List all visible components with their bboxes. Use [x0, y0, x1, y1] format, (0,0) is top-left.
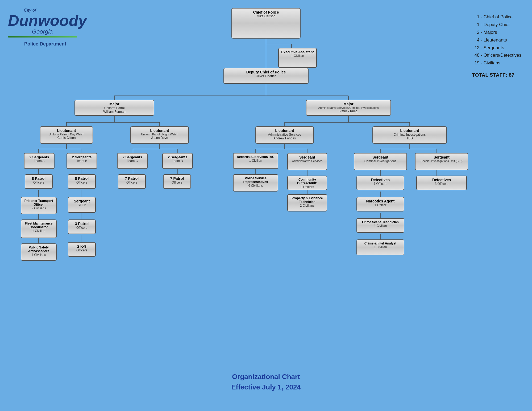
- legend-item-1: 1 - Chief of Police: [472, 13, 521, 21]
- node-lt-admin: Lieutenant Administrative Services Andre…: [255, 126, 314, 144]
- node-deputy-chief: Deputy Chief of Police Oliver Fladrich: [223, 68, 309, 84]
- node-sgt-a: 2 Sergeants Team A: [24, 153, 55, 169]
- logo-area: City of Dunwoody Georgia Police Departme…: [8, 8, 82, 47]
- police-dept-label: Police Department: [8, 41, 82, 47]
- legend-item-6: 48 - Officers/Detectives: [472, 52, 521, 59]
- node-public-safety: Public Safety Ambassadors 4 Civilians: [21, 243, 57, 261]
- node-prop-evid: Property & Evidence Technician 2 Civilia…: [287, 194, 327, 211]
- node-major-patrol: Major Uniform Patrol William Furman: [74, 100, 154, 116]
- logo-georgia: Georgia: [32, 28, 82, 35]
- node-fleet: Fleet Maintenance Coordinator 1 Civilian: [21, 219, 57, 238]
- node-sgt-crim: Sergeant Criminal Investigations: [354, 153, 407, 170]
- node-major-admin: Major Administrative Services/Criminal I…: [306, 100, 391, 116]
- legend-item-4: 4 - Lieutenants: [472, 36, 521, 44]
- node-sgt-step: Sergeant STEP: [68, 197, 96, 213]
- node-community: Community Outreach/PIO 2 Officers: [287, 176, 327, 190]
- node-sgt-admin: Sergeant Administrative Services: [287, 153, 327, 170]
- node-patrol-8a: 8 Patrol Officers: [25, 174, 53, 189]
- logo-dunwoody: Dunwoody: [8, 13, 82, 28]
- node-patrol-8b: 8 Patrol Officers: [68, 174, 96, 189]
- node-crime-intel: Crime & Intel Analyst 1 Civilian: [356, 239, 404, 255]
- node-chief: Chief of Police Mike Carlson: [231, 8, 301, 39]
- legend-item-3: 2 - Majors: [472, 29, 521, 36]
- logo-line: [8, 36, 77, 38]
- node-sgt-siu: Sergeant Special Investigations Unit (SI…: [415, 153, 468, 170]
- legend-area: 1 - Chief of Police 1 - Deputy Chief 2 -…: [472, 13, 521, 80]
- node-lt-night: Lieutenant Uniform Patrol - Night Watch …: [130, 126, 189, 144]
- node-detectives-siu: Detectives 3 Officers: [416, 176, 467, 190]
- node-sgt-d: 2 Sergeants Team D: [162, 153, 193, 169]
- node-lt-crim: Lieutenant Criminal Investigations TBD: [372, 126, 447, 144]
- node-patrol-k9: 2 K-9 Officers: [68, 242, 96, 257]
- legend-item-5: 12 - Sergeants: [472, 44, 521, 52]
- node-patrol-3: 3 Patrol Officers: [68, 219, 96, 234]
- node-sgt-b: 2 Sergeants Team B: [66, 153, 97, 169]
- node-police-svc: Police Service Representatives 6 Civilia…: [233, 174, 278, 192]
- legend-item-7: 19 - Civilians: [472, 59, 521, 67]
- node-detectives-crim: Detectives 7 Officers: [356, 176, 404, 190]
- node-patrol-7d: 7 Patrol Officers: [163, 174, 191, 189]
- legend-item-2: 1 - Deputy Chief: [472, 21, 521, 29]
- legend-total: TOTAL STAFF: 87: [472, 71, 521, 79]
- node-crime-scene: Crime Scene Technician 1 Civilian: [356, 218, 404, 233]
- footer-text: Organizational Chart Effective July 1, 2…: [231, 372, 301, 392]
- node-patrol-7c: 7 Patrol Officers: [118, 174, 146, 189]
- node-records: Records Supervisor/TAC 1 Civilian: [233, 153, 278, 169]
- node-prisoner: Prisoner Transport Officer 2 Civilians: [21, 197, 57, 214]
- node-exec-asst: Executive Assistant 1 Civilian: [278, 48, 317, 68]
- node-lt-day: Lieutenant Uniform Patrol - Day Watch Cu…: [40, 126, 93, 144]
- node-narc-agent: Narcotics Agent 1 Officer: [356, 197, 404, 211]
- node-sgt-c: 2 Sergeants Team C: [117, 153, 148, 169]
